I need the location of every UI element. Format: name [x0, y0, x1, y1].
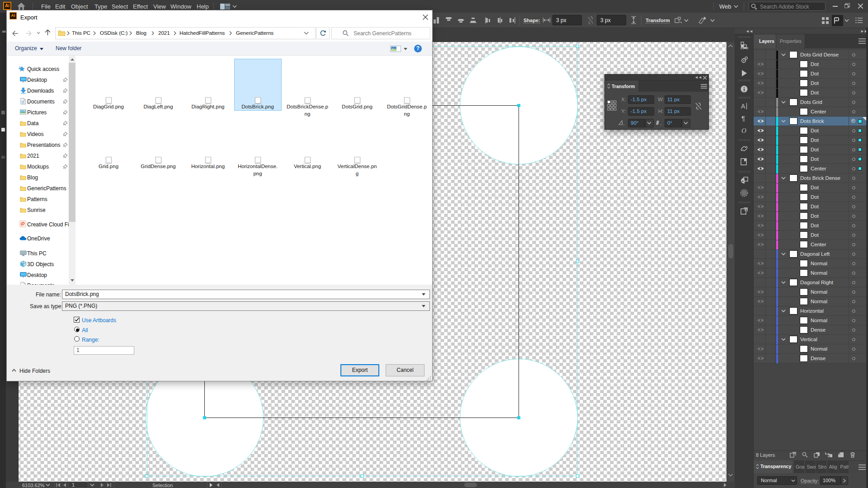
svg-text:A: A [741, 103, 745, 110]
svg-text:¶: ¶ [741, 114, 745, 122]
svg-text:O: O [741, 127, 746, 134]
